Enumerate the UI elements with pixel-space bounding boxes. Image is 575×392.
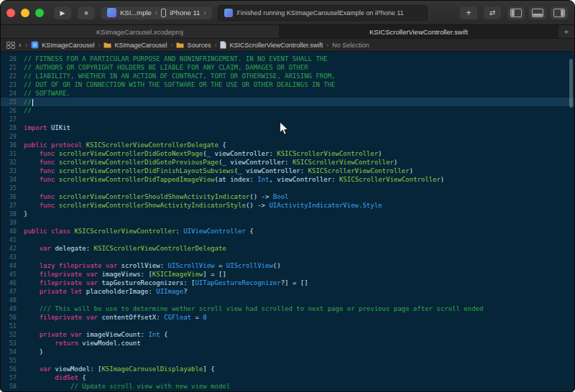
code-line[interactable]: 32 func scrollerViewControllerDidGotoPre… (1, 158, 574, 167)
code-line[interactable]: 46 fileprivate var tapGestureRecognizers… (1, 279, 574, 287)
tab-overview-icon[interactable] (6, 42, 15, 49)
line-number[interactable]: 46 (1, 279, 24, 287)
code-line[interactable]: 26// (1, 106, 574, 115)
scheme-selector[interactable]: KSI...mple › iPhone 11 › (101, 6, 213, 20)
line-number[interactable]: 55 (1, 356, 24, 365)
code-line[interactable]: 41 (1, 235, 574, 244)
tab-ksimagecarousel-xcodeproj[interactable]: KSImageCarousel.xcodeproj (1, 25, 280, 38)
code-line[interactable]: 57 didSet { (1, 373, 574, 382)
code-line[interactable]: 25// (1, 98, 574, 106)
code-line[interactable]: 34 func scrollerViewControllerDidTappedI… (1, 175, 574, 184)
code-line[interactable]: 35 (1, 184, 574, 192)
code-line[interactable]: 37 func scrollerViewControllerShowActivi… (1, 201, 574, 210)
code-line[interactable]: 53 return viewModel.count (1, 339, 574, 347)
forward-button[interactable]: › (25, 41, 28, 49)
line-number[interactable]: 30 (1, 141, 24, 149)
line-number[interactable]: 37 (1, 201, 24, 210)
new-tab-button[interactable]: + (558, 25, 574, 38)
stop-button[interactable]: ■ (77, 6, 96, 20)
minimize-button[interactable] (21, 9, 29, 17)
navigator-toggle-button[interactable] (507, 6, 525, 20)
breadcrumb-item-sources[interactable]: Sources (176, 42, 211, 49)
line-number[interactable]: 49 (1, 304, 24, 313)
debug-area-toggle-button[interactable] (528, 6, 547, 20)
code-line[interactable]: 55 (1, 356, 574, 365)
line-number[interactable]: 57 (1, 373, 24, 382)
code-line[interactable]: 40public class KSICScrollerViewControlle… (1, 227, 574, 235)
line-number[interactable]: 25 (1, 98, 24, 106)
code-line[interactable]: 31 func scrollerViewControllerDidGotoNex… (1, 149, 574, 158)
tab-ksicscrollerviewcontroller-swift[interactable]: KSICScrollerViewController.swift (280, 25, 558, 38)
line-number[interactable]: 33 (1, 167, 24, 175)
code-line[interactable]: 20// FITNESS FOR A PARTICULAR PURPOSE AN… (1, 55, 574, 63)
line-number[interactable]: 40 (1, 227, 24, 235)
line-number[interactable]: 51 (1, 322, 24, 330)
line-number[interactable]: 50 (1, 313, 24, 322)
breadcrumb-item-group[interactable]: KSImageCarousel (104, 42, 167, 49)
close-button[interactable] (6, 9, 15, 17)
line-number[interactable]: 41 (1, 235, 24, 244)
line-number[interactable]: 36 (1, 192, 24, 201)
zoom-button[interactable] (35, 9, 44, 17)
code-line[interactable]: 45 fileprivate var imageViews: [KSICImag… (1, 270, 574, 279)
code-line[interactable]: 24// SOFTWARE. (1, 89, 574, 98)
line-number[interactable]: 26 (1, 106, 24, 115)
line-number[interactable]: 56 (1, 365, 24, 373)
code-line[interactable]: 50 fileprivate var contentOffsetX: CGFlo… (1, 313, 574, 322)
code-line[interactable]: 42 var delegate: KSICScrollerViewControl… (1, 244, 574, 253)
line-number[interactable]: 42 (1, 244, 24, 253)
line-number[interactable]: 47 (1, 287, 24, 296)
code-line[interactable]: 22// LIABILITY, WHETHER IN AN ACTION OF … (1, 72, 574, 80)
line-number[interactable]: 32 (1, 158, 24, 167)
line-number[interactable]: 31 (1, 149, 24, 158)
line-number[interactable]: 58 (1, 382, 24, 391)
line-number[interactable]: 38 (1, 210, 24, 218)
code-line[interactable]: 48 (1, 296, 574, 304)
line-number[interactable]: 39 (1, 218, 24, 227)
line-number[interactable]: 20 (1, 55, 24, 63)
code-line[interactable]: 33 func scrollerViewControllerDidFinishL… (1, 167, 574, 175)
vertical-scrollbar[interactable] (569, 59, 573, 108)
code-line[interactable]: 21// AUTHORS OR COPYRIGHT HOLDERS BE LIA… (1, 63, 574, 72)
line-number[interactable]: 29 (1, 132, 24, 141)
line-number[interactable]: 43 (1, 253, 24, 261)
code-line[interactable]: 51 (1, 322, 574, 330)
line-number[interactable]: 21 (1, 63, 24, 72)
code-line[interactable]: 29 (1, 132, 574, 141)
line-number[interactable]: 23 (1, 80, 24, 89)
code-line[interactable]: 28import UIKit (1, 123, 574, 132)
code-line[interactable]: 27 (1, 115, 574, 123)
code-line[interactable]: 30public protocol KSICScrollerViewContro… (1, 141, 574, 149)
code-line[interactable]: 52 private var imageViewCount: Int { (1, 330, 574, 339)
line-number[interactable]: 54 (1, 347, 24, 356)
line-number[interactable]: 44 (1, 261, 24, 270)
line-number[interactable]: 45 (1, 270, 24, 279)
inspector-toggle-button[interactable] (550, 6, 569, 20)
breadcrumb-item-selection[interactable]: No Selection (332, 42, 369, 49)
line-number[interactable]: 28 (1, 123, 24, 132)
library-button[interactable]: + (459, 6, 478, 20)
code-line[interactable]: 58 // Update scroll view with new view m… (1, 382, 574, 391)
code-line[interactable]: 44 lazy fileprivate var scrollView: UISc… (1, 261, 574, 270)
code-line[interactable]: 39 (1, 218, 574, 227)
back-button[interactable]: ‹ (19, 41, 22, 49)
line-number[interactable]: 35 (1, 184, 24, 192)
code-line[interactable]: 43 (1, 253, 574, 261)
line-number[interactable]: 48 (1, 296, 24, 304)
line-number[interactable]: 52 (1, 330, 24, 339)
breadcrumb-item-project[interactable]: KSImageCarousel (31, 41, 94, 49)
code-line[interactable]: 47 private let placeholderImage: UIImage… (1, 287, 574, 296)
code-editor[interactable]: 20// FITNESS FOR A PARTICULAR PURPOSE AN… (1, 52, 574, 391)
line-number[interactable]: 22 (1, 72, 24, 80)
code-line[interactable]: 38} (1, 210, 574, 218)
code-line[interactable]: 49 /// This will be use to determine wet… (1, 304, 574, 313)
code-line[interactable]: 36 func scrollerViewControllerShouldShow… (1, 192, 574, 201)
run-button[interactable]: ▶ (53, 6, 72, 20)
code-line[interactable]: 23// OUT OF OR IN CONNECTION WITH THE SO… (1, 80, 574, 89)
line-number[interactable]: 24 (1, 89, 24, 98)
line-number[interactable]: 27 (1, 115, 24, 123)
line-number[interactable]: 53 (1, 339, 24, 347)
editor-layout-button[interactable]: ⇄ (483, 6, 502, 20)
line-number[interactable]: 34 (1, 175, 24, 184)
code-line[interactable]: 56 var viewModel: [KSImageCarouselDispla… (1, 365, 574, 373)
